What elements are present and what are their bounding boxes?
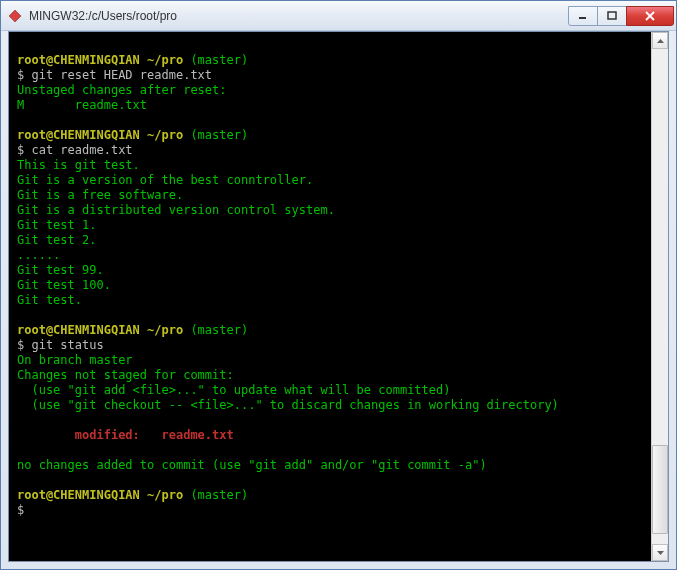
command-line: $ <box>17 503 643 518</box>
modified-line: modified: readme.txt <box>17 428 643 443</box>
prompt-line: root@CHENMINGQIAN ~/pro (master) <box>17 128 643 143</box>
output-line: Changes not staged for commit: <box>17 368 643 383</box>
blank-line <box>17 413 643 428</box>
output-line: Git test 1. <box>17 218 643 233</box>
svg-marker-0 <box>9 10 21 22</box>
svg-rect-2 <box>608 12 616 19</box>
command-line: $ cat readme.txt <box>17 143 643 158</box>
close-button[interactable] <box>626 6 674 26</box>
blank-line <box>17 113 643 128</box>
output-line: no changes added to commit (use "git add… <box>17 458 643 473</box>
output-line: Git test 100. <box>17 278 643 293</box>
output-line: (use "git checkout -- <file>..." to disc… <box>17 398 643 413</box>
prompt-line: root@CHENMINGQIAN ~/pro (master) <box>17 53 643 68</box>
window-controls <box>569 6 674 26</box>
blank-line <box>17 308 643 323</box>
output-line: ...... <box>17 248 643 263</box>
svg-marker-5 <box>657 39 664 43</box>
blank-line <box>17 443 643 458</box>
svg-marker-6 <box>657 551 664 555</box>
window-title: MINGW32:/c/Users/root/pro <box>29 9 569 23</box>
command-line: $ git reset HEAD readme.txt <box>17 68 643 83</box>
output-line: Git test. <box>17 293 643 308</box>
output-line: (use "git add <file>..." to update what … <box>17 383 643 398</box>
prompt-line: root@CHENMINGQIAN ~/pro (master) <box>17 323 643 338</box>
command-line: $ git status <box>17 338 643 353</box>
window-frame: MINGW32:/c/Users/root/pro root@CHENMINGQ… <box>0 0 677 570</box>
scroll-thumb[interactable] <box>652 445 668 534</box>
output-line: Git is a version of the best conntroller… <box>17 173 643 188</box>
titlebar[interactable]: MINGW32:/c/Users/root/pro <box>1 1 676 31</box>
output-line: On branch master <box>17 353 643 368</box>
output-line: Git is a distributed version control sys… <box>17 203 643 218</box>
output-line: Git test 99. <box>17 263 643 278</box>
app-icon <box>7 8 23 24</box>
scroll-down-button[interactable] <box>652 544 668 561</box>
scroll-track[interactable] <box>652 49 668 544</box>
output-line: M readme.txt <box>17 98 643 113</box>
minimize-button[interactable] <box>568 6 598 26</box>
vertical-scrollbar[interactable] <box>651 32 668 561</box>
output-line: Git is a free software. <box>17 188 643 203</box>
blank-line <box>17 473 643 488</box>
output-line: This is git test. <box>17 158 643 173</box>
output-line: Git test 2. <box>17 233 643 248</box>
client-area: root@CHENMINGQIAN ~/pro (master)$ git re… <box>8 31 669 562</box>
blank-line <box>17 38 643 53</box>
output-line: Unstaged changes after reset: <box>17 83 643 98</box>
terminal-output[interactable]: root@CHENMINGQIAN ~/pro (master)$ git re… <box>9 32 651 561</box>
maximize-button[interactable] <box>597 6 627 26</box>
prompt-line: root@CHENMINGQIAN ~/pro (master) <box>17 488 643 503</box>
scroll-up-button[interactable] <box>652 32 668 49</box>
